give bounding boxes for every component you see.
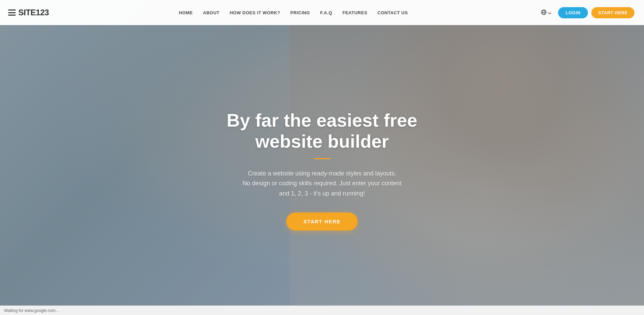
nav-link-features[interactable]: FEATURES xyxy=(338,7,372,18)
hero-divider xyxy=(314,158,330,159)
nav-item-features: FEATURES xyxy=(338,10,372,16)
globe-icon xyxy=(541,10,547,16)
nav-link-about[interactable]: ABOUT xyxy=(198,7,225,18)
nav-item-contact: CONTACT US xyxy=(373,10,412,16)
nav-link-contact[interactable]: CONTACT US xyxy=(373,7,412,18)
nav-link-faq[interactable]: F.A.Q xyxy=(316,7,337,18)
hero-section: By far the easiest free website builder … xyxy=(0,0,644,315)
nav-item-pricing: PRICING xyxy=(286,10,315,16)
hero-subtitle: Create a website using ready-made styles… xyxy=(210,169,434,199)
hero-start-button[interactable]: START HERE xyxy=(286,212,358,230)
nav-link-home[interactable]: HOME xyxy=(174,7,198,18)
nav-item-about: ABOUT xyxy=(198,10,225,16)
status-bar: Waiting for www.google.com... xyxy=(0,305,644,315)
start-here-button-nav[interactable]: START HERE xyxy=(591,7,634,18)
logo-link[interactable]: SITE123 xyxy=(8,8,49,17)
logo-text: SITE123 xyxy=(18,8,49,17)
nav-item-how-it-works: HOW DOES IT WORK? xyxy=(225,10,285,16)
nav-link-pricing[interactable]: PRICING xyxy=(286,7,315,18)
hero-content: By far the easiest free website builder … xyxy=(203,103,441,237)
nav-item-faq: F.A.Q xyxy=(316,10,337,16)
nav-right: LOGIN START HERE xyxy=(538,7,634,18)
logo-hamburger-icon xyxy=(8,10,16,16)
language-selector[interactable] xyxy=(538,7,555,18)
hero-title: By far the easiest free website builder xyxy=(210,110,434,152)
status-text: Waiting for www.google.com... xyxy=(4,308,59,313)
login-button[interactable]: LOGIN xyxy=(558,7,588,18)
nav-links: HOME ABOUT HOW DOES IT WORK? PRICING F.A… xyxy=(174,10,413,16)
chevron-down-icon xyxy=(548,10,551,15)
navbar: SITE123 HOME ABOUT HOW DOES IT WORK? PRI… xyxy=(0,0,644,25)
nav-link-how-it-works[interactable]: HOW DOES IT WORK? xyxy=(225,7,285,18)
nav-item-home: HOME xyxy=(174,10,198,16)
